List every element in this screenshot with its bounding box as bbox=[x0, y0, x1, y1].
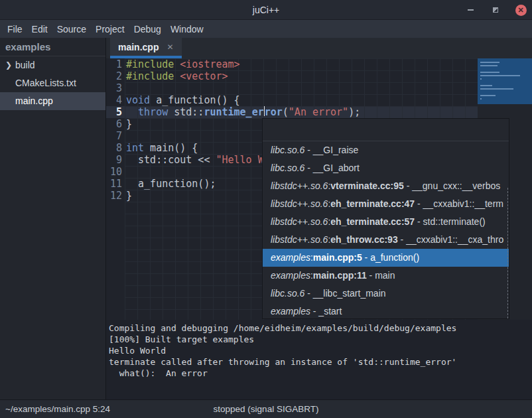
minimap-code-line bbox=[480, 88, 513, 90]
terminal-panel[interactable]: Compiling and debugging /home/eidheim/ex… bbox=[106, 320, 532, 399]
status-debug-signal: stopped (signal SIGABRT) bbox=[0, 404, 532, 414]
stacktrace-item[interactable]: examples - _start bbox=[263, 303, 509, 319]
tab-close-icon[interactable]: ✕ bbox=[166, 42, 173, 52]
tabbar: main.cpp ✕ bbox=[106, 38, 532, 58]
stacktrace-symbol: - __cxxabiv1::__term bbox=[415, 198, 503, 209]
stacktrace-symbol: - __gnu_cxx::__verbos bbox=[404, 180, 501, 191]
minimize-button[interactable] bbox=[464, 4, 476, 16]
token: } bbox=[126, 118, 132, 130]
minimap-code-line bbox=[480, 85, 492, 86]
stacktrace-symbol: - __libc_start_main bbox=[304, 288, 385, 299]
line-number: 10 bbox=[106, 166, 122, 178]
token: void bbox=[126, 94, 150, 106]
minimap-viewport[interactable] bbox=[478, 58, 532, 104]
statusbar: ~/examples/main.cpp 5:24 stopped (signal… bbox=[0, 399, 532, 418]
stacktrace-item[interactable]: libc.so.6 - __GI_raise bbox=[263, 141, 509, 159]
token: "Hello W bbox=[216, 154, 263, 166]
tree-item-label: CMakeLists.txt bbox=[15, 78, 76, 88]
stacktrace-symbol: - std::terminate() bbox=[415, 216, 486, 227]
stacktrace-popup: libc.so.6 - __GI_raiselibc.so.6 - __GI_a… bbox=[262, 118, 509, 319]
stacktrace-lib: libc.so.6 bbox=[271, 145, 304, 155]
file-explorer: examples ❯buildCMakeLists.txtmain.cpp bbox=[0, 38, 106, 399]
close-button[interactable]: ✕ bbox=[515, 4, 527, 16]
stacktrace-item[interactable]: examples:main.cpp:11 - main bbox=[263, 267, 509, 285]
token: ( bbox=[283, 106, 289, 118]
menubar: FileEditSourceProjectDebugWindow bbox=[0, 20, 532, 38]
stacktrace-file-line: main.cpp:5 bbox=[313, 252, 362, 263]
token: a_function() { bbox=[150, 94, 239, 106]
menu-item-debug[interactable]: Debug bbox=[129, 24, 166, 35]
menu-item-project[interactable]: Project bbox=[91, 24, 129, 35]
titlebar: juCi++ ✕ bbox=[0, 0, 532, 20]
code-line: void a_function() { bbox=[126, 94, 360, 106]
token: #include bbox=[126, 58, 174, 70]
stacktrace-file-line: eh_terminate.cc:47 bbox=[330, 198, 415, 209]
file-tree: ❯buildCMakeLists.txtmain.cpp bbox=[0, 56, 105, 110]
tab-main-cpp[interactable]: main.cpp ✕ bbox=[110, 38, 182, 58]
line-number: 3 bbox=[106, 82, 122, 94]
stacktrace-file-line: vterminate.cc:95 bbox=[330, 180, 404, 191]
restore-button[interactable] bbox=[490, 4, 501, 16]
minimap-code-line bbox=[480, 65, 498, 66]
minimap-code-line bbox=[480, 62, 499, 63]
stacktrace-file-line: eh_terminate.cc:57 bbox=[330, 216, 415, 227]
stacktrace-list: libc.so.6 - __GI_raiselibc.so.6 - __GI_a… bbox=[263, 141, 509, 319]
minimap-code-line bbox=[480, 98, 482, 100]
terminal-output: Compiling and debugging /home/eidheim/ex… bbox=[106, 320, 532, 379]
stacktrace-lib: libc.so.6 bbox=[271, 288, 304, 299]
token: runtime_er bbox=[204, 106, 263, 118]
line-number: 2 bbox=[106, 70, 122, 82]
code-line bbox=[126, 82, 360, 94]
menu-item-file[interactable]: File bbox=[3, 24, 27, 35]
stacktrace-item[interactable]: examples:main.cpp:5 - a_function() bbox=[263, 249, 509, 267]
menu-item-window[interactable]: Window bbox=[166, 24, 208, 35]
chevron-right-icon[interactable]: ❯ bbox=[5, 56, 12, 74]
stacktrace-symbol: - __GI_abort bbox=[304, 163, 360, 173]
stacktrace-file-line: eh_throw.cc:93 bbox=[330, 234, 397, 245]
code-line: throw std::runtime_error("An error"); bbox=[126, 106, 360, 118]
tab-label: main.cpp bbox=[118, 42, 159, 52]
line-number: 4 bbox=[106, 94, 122, 106]
line-number: 9 bbox=[106, 154, 122, 166]
menu-item-edit[interactable]: Edit bbox=[27, 24, 52, 35]
restore-icon bbox=[493, 7, 498, 13]
stacktrace-item[interactable]: libstdc++.so.6:eh_throw.cc:93 - __cxxabi… bbox=[263, 231, 509, 249]
project-header: examples bbox=[0, 38, 105, 56]
tree-item-cmakelists-txt[interactable]: CMakeLists.txt bbox=[0, 74, 105, 92]
line-number: 11 bbox=[106, 178, 122, 190]
line-number-gutter: 123456789101112 bbox=[106, 58, 122, 202]
minimap-code-line bbox=[480, 78, 482, 80]
stacktrace-symbol: - main bbox=[367, 270, 395, 281]
code-line: #include <iostream> bbox=[126, 58, 360, 70]
close-icon: ✕ bbox=[515, 5, 527, 16]
stacktrace-symbol: - __cxxabiv1::__cxa_thro bbox=[398, 234, 504, 245]
stacktrace-symbol: - a_function() bbox=[362, 252, 419, 263]
stacktrace-lib: examples bbox=[271, 306, 310, 316]
menu-item-source[interactable]: Source bbox=[52, 24, 91, 35]
line-number: 12 bbox=[106, 190, 122, 202]
stacktrace-item[interactable]: libstdc++.so.6:vterminate.cc:95 - __gnu_… bbox=[263, 177, 509, 195]
minimize-icon bbox=[468, 9, 474, 11]
token: main() { bbox=[144, 142, 198, 154]
line-number: 7 bbox=[106, 130, 122, 142]
stacktrace-lib: libc.so.6 bbox=[271, 163, 304, 173]
stacktrace-item[interactable]: libc.so.6 - __GI_abort bbox=[263, 159, 509, 177]
stacktrace-symbol: - _start bbox=[310, 306, 342, 316]
stacktrace-file-line: main.cpp:11 bbox=[313, 270, 367, 281]
tree-item-main-cpp[interactable]: main.cpp bbox=[0, 92, 105, 110]
stacktrace-symbol: - __GI_raise bbox=[304, 145, 358, 155]
stacktrace-item[interactable]: libstdc++.so.6:eh_terminate.cc:57 - std:… bbox=[263, 213, 509, 231]
popup-margin-line bbox=[507, 188, 508, 318]
line-number: 1 bbox=[106, 58, 122, 70]
stacktrace-item[interactable]: libstdc++.so.6:eh_terminate.cc:47 - __cx… bbox=[263, 195, 509, 213]
line-number: 5 bbox=[106, 106, 122, 118]
tree-item-label: build bbox=[15, 60, 35, 70]
token: throw bbox=[138, 106, 168, 118]
stacktrace-lib: examples bbox=[271, 270, 310, 281]
stacktrace-lib: libstdc++.so.6 bbox=[271, 234, 328, 245]
tree-item-build[interactable]: ❯build bbox=[0, 56, 105, 74]
minimap-code-line bbox=[480, 95, 496, 96]
token: "An error" bbox=[289, 106, 348, 118]
code-line: #include <vector> bbox=[126, 70, 360, 82]
stacktrace-item[interactable]: libc.so.6 - __libc_start_main bbox=[263, 285, 509, 303]
